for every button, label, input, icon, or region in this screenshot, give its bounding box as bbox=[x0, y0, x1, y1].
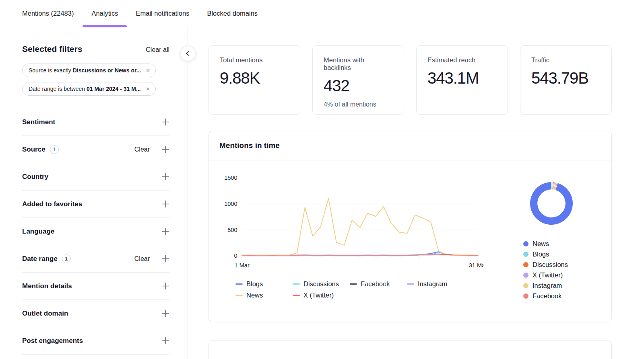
filter-chip[interactable]: Source is exactly Discussions or News or… bbox=[22, 64, 156, 77]
plus-icon bbox=[162, 200, 169, 208]
add-filter-button[interactable] bbox=[162, 310, 169, 317]
donut-legend-item-facebook: Facebook bbox=[523, 292, 611, 300]
tab-mentions-22483[interactable]: Mentions (22483) bbox=[13, 0, 83, 27]
legend-item-instagram[interactable]: Instagram bbox=[407, 280, 464, 288]
stat-value: 343.1M bbox=[427, 69, 497, 87]
stat-value: 9.88K bbox=[220, 69, 289, 87]
mentions-line-chart: 0500100015001 Mar31 Mar bbox=[218, 171, 483, 275]
filter-section-label: Post engagements bbox=[22, 337, 83, 345]
app-root: Mentions (22483)AnalyticsEmail notificat… bbox=[0, 0, 644, 359]
donut-legend-item-blogs: Blogs bbox=[523, 250, 611, 258]
legend-label: Instagram bbox=[418, 280, 447, 288]
filter-chip[interactable]: Date range is between 01 Mar 2024 - 31 M… bbox=[22, 82, 156, 96]
stat-cards-row: Total mentions9.88KMentions with backlin… bbox=[208, 45, 612, 115]
donut-legend: NewsBlogsDiscussionsX (Twitter)Instagram… bbox=[523, 240, 611, 300]
legend-label: Facebook bbox=[361, 280, 390, 288]
add-filter-button[interactable] bbox=[162, 255, 169, 263]
donut-legend-dot bbox=[523, 241, 528, 246]
filter-section-label: Source bbox=[22, 146, 45, 154]
stat-value: 432 bbox=[324, 77, 393, 95]
add-filter-button[interactable] bbox=[162, 282, 169, 290]
chart-title: Mentions in time bbox=[219, 141, 601, 150]
filter-section-label: Outlet domain bbox=[22, 310, 68, 318]
filter-section-language[interactable]: Language bbox=[22, 218, 169, 245]
donut-legend-dot bbox=[523, 273, 528, 278]
tab-analytics[interactable]: Analytics bbox=[83, 0, 127, 27]
filters-title: Selected filters bbox=[22, 44, 82, 54]
filter-chips: Source is exactly Discussions or News or… bbox=[22, 64, 169, 96]
svg-text:1 Mar: 1 Mar bbox=[235, 262, 250, 269]
stat-subtext: 4% of all mentions bbox=[324, 101, 393, 108]
filter-count-badge: 1 bbox=[50, 145, 59, 154]
add-filter-button[interactable] bbox=[162, 337, 169, 345]
legend-label: Blogs bbox=[246, 280, 263, 288]
filter-section-sentiment[interactable]: Sentiment bbox=[22, 109, 169, 136]
legend-label: News bbox=[246, 291, 263, 299]
donut-legend-dot bbox=[523, 293, 528, 299]
add-filter-button[interactable] bbox=[162, 173, 169, 181]
filter-chip-text: Source is exactly Discussions or News or… bbox=[29, 67, 141, 74]
donut-legend-item-instagram: Instagram bbox=[523, 282, 611, 289]
legend-item-news[interactable]: News bbox=[235, 291, 293, 299]
legend-item-x-twitter[interactable]: X (Twitter) bbox=[293, 291, 350, 299]
legend-label: Discussions bbox=[303, 280, 339, 288]
plus-icon bbox=[162, 228, 169, 235]
filter-chip-text: Date range is between 01 Mar 2024 - 31 M… bbox=[29, 86, 141, 92]
donut-legend-label: Blogs bbox=[533, 250, 549, 258]
filters-header: Selected filters Clear all bbox=[22, 44, 169, 54]
next-card-partial bbox=[208, 340, 612, 359]
svg-text:0: 0 bbox=[234, 252, 237, 259]
add-filter-button[interactable] bbox=[162, 228, 169, 235]
filter-section-source[interactable]: Source1Clear bbox=[22, 136, 169, 163]
chart-card-body: 0500100015001 Mar31 Mar BlogsDiscussions… bbox=[209, 160, 611, 322]
donut-legend-label: News bbox=[533, 240, 549, 248]
line-chart-legend: BlogsDiscussionsFacebookInstagramNewsX (… bbox=[235, 280, 483, 299]
legend-item-blogs[interactable]: Blogs bbox=[235, 280, 293, 288]
stat-card-total-mentions: Total mentions9.88K bbox=[208, 45, 300, 115]
legend-item-discussions[interactable]: Discussions bbox=[293, 280, 350, 288]
legend-item-facebook[interactable]: Facebook bbox=[350, 280, 407, 288]
add-filter-button[interactable] bbox=[162, 118, 169, 126]
filter-section-post-engagements[interactable]: Post engagements bbox=[22, 327, 169, 355]
add-filter-button[interactable] bbox=[162, 200, 169, 208]
stat-value: 543.79B bbox=[531, 69, 601, 87]
remove-filter-icon[interactable]: ✕ bbox=[146, 68, 150, 73]
stat-label: Mentions with backlinks bbox=[324, 56, 393, 72]
donut-legend-label: Facebook bbox=[533, 292, 561, 300]
donut-legend-label: Instagram bbox=[533, 282, 562, 289]
legend-swatch bbox=[293, 295, 300, 296]
tabs-nav: Mentions (22483)AnalyticsEmail notificat… bbox=[0, 0, 266, 27]
plus-icon bbox=[162, 146, 169, 153]
filter-section-label: Sentiment bbox=[22, 118, 55, 126]
stat-label: Traffic bbox=[531, 56, 601, 64]
donut-legend-label: X (Twitter) bbox=[533, 271, 563, 279]
filter-section-mention-details[interactable]: Mention details bbox=[22, 273, 169, 300]
tab-email-notifications[interactable]: Email notifications bbox=[127, 0, 198, 27]
filters-sidebar: Selected filters Clear all Source is exa… bbox=[0, 27, 188, 359]
stat-label: Estimated reach bbox=[427, 56, 497, 64]
remove-filter-icon[interactable]: ✕ bbox=[146, 86, 150, 92]
clear-filter-link[interactable]: Clear bbox=[134, 146, 150, 153]
donut-legend-label: Discussions bbox=[533, 261, 568, 269]
filter-section-label: Added to favorites bbox=[22, 200, 82, 208]
add-filter-button[interactable] bbox=[162, 146, 169, 153]
legend-label: X (Twitter) bbox=[303, 291, 334, 299]
filter-section-added-to-favorites[interactable]: Added to favorites bbox=[22, 191, 169, 218]
content-area: Selected filters Clear all Source is exa… bbox=[0, 27, 644, 359]
filter-section-date-range[interactable]: Date range1Clear bbox=[22, 245, 169, 273]
donut-area: NewsBlogsDiscussionsX (Twitter)Instagram… bbox=[491, 160, 611, 322]
source-donut-chart bbox=[526, 178, 577, 229]
donut-legend-dot bbox=[523, 262, 528, 267]
line-chart-area: 0500100015001 Mar31 Mar BlogsDiscussions… bbox=[209, 160, 491, 322]
collapse-sidebar-button[interactable] bbox=[180, 46, 196, 61]
plus-icon bbox=[162, 310, 169, 317]
clear-all-filters-link[interactable]: Clear all bbox=[146, 46, 169, 53]
stat-card-estimated-reach: Estimated reach343.1M bbox=[416, 45, 508, 115]
filter-section-country[interactable]: Country bbox=[22, 163, 169, 191]
filter-section-outlet-domain[interactable]: Outlet domain bbox=[22, 300, 169, 327]
donut-legend-dot bbox=[523, 252, 528, 257]
tab-blocked-domains[interactable]: Blocked domains bbox=[198, 0, 266, 27]
svg-text:1500: 1500 bbox=[224, 174, 237, 181]
stat-card-mentions-with-backlinks: Mentions with backlinks4324% of all ment… bbox=[312, 45, 404, 115]
clear-filter-link[interactable]: Clear bbox=[134, 255, 150, 263]
